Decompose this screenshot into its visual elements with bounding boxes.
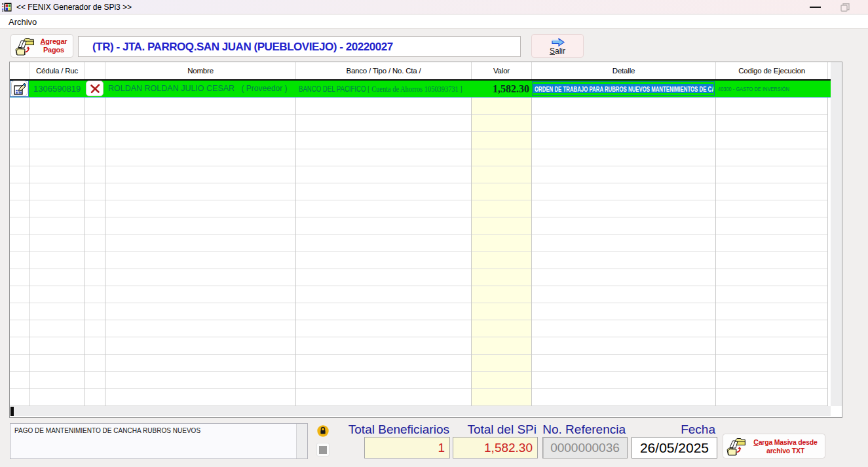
total-spi-value: 1,582.30 [453, 437, 538, 458]
delete-x-icon [90, 83, 101, 94]
grid-column-line [295, 79, 296, 406]
minimize-icon [810, 7, 821, 8]
delete-row-button[interactable] [86, 81, 104, 96]
valor-column-strip [472, 98, 532, 406]
total-beneficiarios-value: 1 [364, 437, 450, 458]
add-payments-folder-icon [15, 37, 35, 56]
total-spi-label: Total del SPi [453, 422, 537, 437]
grid-header-cedula[interactable]: Cédula / Ruc [29, 62, 85, 79]
spi-title-input[interactable]: (TR) - JTA. PARROQ.SAN JUAN (PUEBLOVIEJO… [78, 36, 521, 57]
banco-cell[interactable]: BANCO DEL PACIFICO [ Cuenta de Ahorros 1… [296, 81, 472, 97]
carga-masiva-label: Carga Masiva desde archivo TXT [747, 438, 824, 455]
grid-column-line [471, 79, 472, 406]
grid-column-line [531, 79, 532, 406]
carga-masiva-button[interactable]: Carga Masiva desde archivo TXT [723, 434, 825, 458]
restore-button[interactable] [832, 0, 861, 14]
grid-header-row: Cédula / RucNombreBanco / Tipo / No. Cta… [10, 62, 842, 79]
detalle-edit-box[interactable]: ORDEN DE TRABAJO PARA RUBROS NUEVOS MANT… [532, 81, 715, 96]
total-beneficiarios-label: Total Beneficiarios [340, 422, 449, 437]
gray-square-button[interactable] [316, 443, 330, 457]
minimize-button[interactable] [801, 0, 830, 14]
exit-arrow-icon [552, 38, 565, 47]
app-icon [2, 2, 12, 12]
menu-archivo[interactable]: Archivo [6, 16, 39, 28]
grid-column-line [827, 79, 828, 406]
row-select-cell [10, 81, 29, 97]
agregar-pagos-button[interactable]: Agregar Pagos [10, 34, 73, 58]
grid-vertical-scrollbar[interactable] [831, 62, 842, 406]
codigo-cell[interactable]: 40300 - GASTO DE INVERSIÓN [716, 81, 830, 97]
grid-header-delete[interactable] [85, 62, 105, 79]
fecha-value[interactable]: 26/05/2025 [632, 437, 717, 458]
grid-column-line [715, 79, 716, 406]
grid-header-codigo[interactable]: Codigo de Ejecucion [716, 62, 828, 79]
agregar-pagos-label: Agregar Pagos [35, 37, 73, 54]
title-bar: << FENIX Generador de SPi3 >> [0, 0, 868, 14]
agregar-label-line1: Agregar [35, 37, 73, 46]
detalle-cell[interactable]: ORDEN DE TRABAJO PARA RUBROS NUEVOS MANT… [532, 81, 716, 97]
grid-column-line [105, 79, 105, 406]
carga-masiva-folder-icon [726, 437, 746, 457]
grid-column-line [29, 79, 29, 406]
edit-record-icon [14, 83, 26, 95]
detalle-selection: ORDEN DE TRABAJO PARA RUBROS NUEVOS MANT… [533, 84, 713, 93]
nombre-cell[interactable]: ROLDAN ROLDAN JULIO CESAR ( Proveedor ) [105, 81, 296, 97]
carga-label-line2: archivo TXT [747, 447, 824, 455]
grid-header-valor[interactable]: Valor [472, 62, 532, 79]
no-referencia-value: 0000000036 [542, 437, 628, 458]
payment-description-memo[interactable]: PAGO DE MANTENIMIENTO DE CANCHA RUBROS N… [10, 423, 308, 459]
cedula-cell[interactable]: 1306590819 [29, 81, 85, 97]
payments-grid: Cédula / RucNombreBanco / Tipo / No. Cta… [9, 62, 842, 418]
window-title: << FENIX Generador de SPi3 >> [16, 2, 132, 12]
salir-button[interactable]: Salir [531, 34, 584, 58]
salir-label: Salir [532, 47, 583, 56]
edit-record-button[interactable] [11, 81, 28, 96]
fecha-label: Fecha [632, 422, 715, 437]
menu-bar: Archivo [0, 15, 868, 29]
delete-cell [85, 81, 105, 97]
nombre-suffix-text: ( Proveedor ) [242, 84, 288, 93]
restore-icon [840, 3, 850, 12]
banco-text: BANCO DEL PACIFICO [299, 84, 366, 94]
spi-title-value: (TR) - JTA. PARROQ.SAN JUAN (PUEBLOVIEJO… [92, 41, 393, 54]
lock-icon [317, 425, 329, 437]
nombre-text: ROLDAN ROLDAN JULIO CESAR [108, 84, 235, 93]
payment-row[interactable]: 1306590819 ROLDAN ROLDAN JULIO CESAR ( P… [10, 79, 831, 98]
grid-empty-rows [10, 98, 828, 406]
grid-header-rowicon[interactable] [10, 62, 29, 79]
agregar-label-line2: Pagos [35, 46, 73, 54]
grid-header-detalle[interactable]: Detalle [532, 62, 716, 79]
grid-horizontal-scrollbar[interactable] [10, 406, 831, 416]
memo-scrollbar[interactable] [296, 424, 307, 458]
valor-cell[interactable]: 1,582.30 [472, 81, 532, 97]
codigo-text: 40300 - GASTO DE INVERSIÓN [718, 81, 789, 97]
memo-text: PAGO DE MANTENIMIENTO DE CANCHA RUBROS N… [14, 426, 200, 434]
carga-label-line1: Carga Masiva desde [747, 438, 824, 447]
grid-header-banco[interactable]: Banco / Tipo / No. Cta / [296, 62, 472, 79]
banco-detail-text: [ Cuenta de Ahorros 1050393731 ] [368, 84, 462, 94]
detalle-selected-text: ORDEN DE TRABAJO PARA RUBROS NUEVOS MANT… [535, 84, 713, 93]
gray-square-icon [319, 446, 327, 454]
grid-header-nombre[interactable]: Nombre [105, 62, 296, 79]
horizontal-scrollbar-thumb[interactable] [10, 407, 14, 416]
grid-column-line [85, 79, 85, 406]
no-referencia-label: No. Referencia [541, 422, 626, 437]
